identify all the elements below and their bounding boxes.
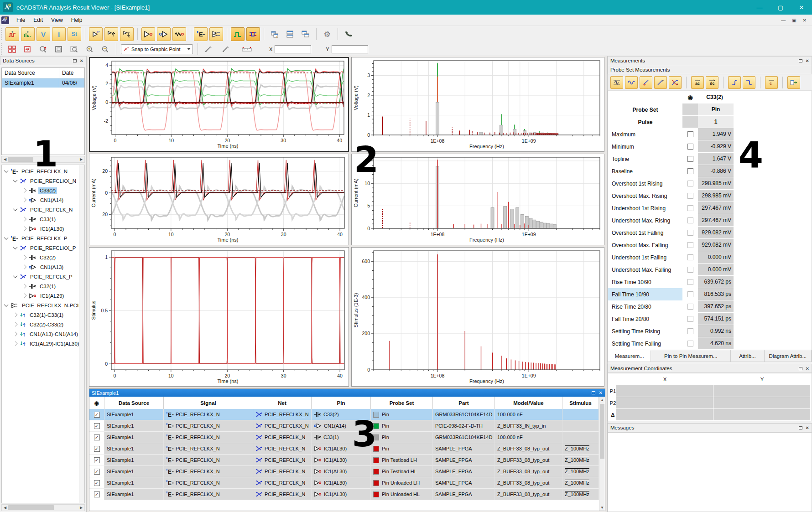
column-header[interactable]: Pin [312, 397, 371, 409]
measurement-label[interactable]: Fall Time 10/90 [608, 288, 682, 300]
tree-item-cn1-a13-cn1-a14-[interactable]: CN1(A13)-CN1(A14) [2, 329, 84, 339]
column-header[interactable]: Stimulus [562, 397, 599, 409]
measurement-row-overshoot-1st-falling[interactable]: Overshoot 1st Falling929.082 mV [608, 227, 812, 239]
new-window-button[interactable] [268, 27, 281, 41]
tab-diagram-attrib-[interactable]: Diagram Attrib... [765, 350, 812, 362]
falling-edge-button[interactable] [743, 76, 755, 89]
scroll-left-icon[interactable]: ◀ [2, 157, 8, 161]
tree-item-pcie-refclk-n[interactable]: PCIE_REFCLK_N [2, 205, 84, 214]
chevron-down-icon[interactable] [4, 302, 9, 307]
tree-item-pcie-refclk-p[interactable]: PCIE_REFCLK_P [2, 272, 84, 281]
chevron-right-icon[interactable] [13, 313, 18, 317]
measurement-row-topline[interactable]: Topline1.647 V [608, 153, 812, 165]
voltage-button[interactable]: V [36, 27, 50, 41]
data-source-row[interactable]: SIExample1 04/06/ [2, 78, 84, 88]
dock-close-icon[interactable]: ✕ [806, 425, 809, 430]
measurement-checkbox[interactable] [687, 131, 693, 137]
close-button[interactable]: ✕ [791, 0, 812, 15]
tree-item-c33-1-[interactable]: C33(1) [2, 214, 84, 224]
measurement-label[interactable]: Settling Time Falling [608, 337, 682, 350]
mdi-close-icon[interactable]: ✕ [803, 18, 807, 23]
rising-edge-button[interactable] [728, 76, 741, 89]
chevron-down-icon[interactable] [13, 245, 18, 249]
column-header[interactable]: Data Source [104, 397, 164, 409]
measurement-label[interactable]: Baseline [608, 165, 682, 177]
measurement-label[interactable]: Undershoot 1st Falling [608, 251, 682, 264]
measurement-row-rise-time-10-90[interactable]: Rise Time 10/90639.672 ps [608, 276, 812, 288]
measurement-row-rise-time-20-80[interactable]: Rise Time 20/80397.652 ps [608, 300, 812, 313]
dock-close-icon[interactable]: ✕ [806, 366, 809, 371]
measurement-checkbox[interactable] [687, 328, 693, 334]
measurement-label[interactable]: Overshoot Max. Rising [608, 190, 682, 202]
measurement-row-settling-time-falling[interactable]: Settling Time Falling4.620 ns [608, 337, 812, 350]
y-coordinate-input[interactable] [332, 45, 368, 53]
measurement-label[interactable]: Overshoot Max. Falling [608, 239, 682, 251]
chart-current-frequency[interactable]: 1E+081E+09051015Frequency (Hz)Current (m… [351, 154, 604, 245]
measurement-row-overshoot-1st-rising[interactable]: Overshoot 1st Rising298.985 mV [608, 177, 812, 190]
scroll-down-icon[interactable]: ▼ [600, 504, 604, 511]
coordinates-table[interactable]: XYP1P2Δ [608, 373, 812, 421]
chevron-right-icon[interactable] [22, 227, 27, 231]
row-checkbox[interactable]: ✓ [94, 469, 100, 475]
receiver-pin-button[interactable] [157, 27, 171, 41]
current-button[interactable]: I [52, 27, 66, 41]
tab-pin-to-pin-measurem-[interactable]: Pin to Pin Measurem... [651, 350, 731, 362]
measurement-row-undershoot-max-falling[interactable]: Undershoot Max. Falling0.000 mV [608, 264, 812, 276]
measurement-label[interactable]: Rise Time 20/80 [608, 300, 682, 313]
chart-current-time[interactable]: 010203040-20020Time (ns)Current (mA) [89, 154, 349, 245]
probe-column-header[interactable]: C33(2) [698, 91, 734, 103]
measurement-row-undershoot-max-rising[interactable]: Undershoot Max. Rising297.467 mV [608, 214, 812, 227]
phone-support-icon[interactable] [342, 27, 355, 41]
expand-diagram-button[interactable] [21, 42, 35, 56]
measurement-checkbox[interactable] [687, 156, 693, 162]
mdi-restore-icon[interactable]: ▣ [792, 18, 796, 23]
chevron-down-icon[interactable] [4, 235, 9, 240]
measurement-checkbox[interactable] [687, 205, 693, 211]
scroll-right-icon[interactable]: ▶ [78, 157, 84, 161]
chevron-right-icon[interactable] [22, 284, 27, 289]
probe-resistor-button[interactable] [104, 27, 118, 41]
chevron-down-icon[interactable] [13, 207, 18, 211]
chevron-down-icon[interactable] [13, 274, 18, 278]
single-pulse-button[interactable] [231, 27, 245, 41]
chevron-right-icon[interactable] [22, 265, 27, 269]
dock-close-icon[interactable]: ✕ [80, 58, 83, 63]
measurement-checkbox[interactable] [687, 291, 693, 297]
measurement-checkbox[interactable] [687, 144, 693, 150]
measure-probe-button[interactable] [202, 42, 215, 56]
measurement-label[interactable]: Overshoot 1st Falling [608, 227, 682, 239]
chart-stimulus-frequency[interactable]: 1E+081E+090200400600Frequency (Hz)Stimul… [351, 247, 604, 387]
measurement-label[interactable]: Undershoot Max. Falling [608, 264, 682, 276]
dock-float-icon[interactable] [799, 426, 802, 429]
tab-attrib-[interactable]: Attrib... [731, 350, 765, 362]
column-header[interactable]: Signal [164, 397, 253, 409]
table-row[interactable]: ✓SIExample1EPCIE_REFCLKX_NPCIE_REFCLK_NI… [89, 489, 599, 500]
tree-item-pcie-refclkx-p[interactable]: PCIE_REFCLKX_P [2, 243, 84, 253]
tile-diagrams-button[interactable] [5, 42, 19, 56]
scroll-left-icon[interactable]: ◀ [2, 506, 8, 510]
measurement-label[interactable]: Undershoot 1st Rising [608, 202, 682, 214]
measurement-checkbox[interactable] [687, 267, 693, 273]
signal-button[interactable]: E [194, 27, 208, 41]
zoom-original-button[interactable] [36, 42, 50, 56]
row-checkbox[interactable]: ✓ [94, 434, 100, 440]
measurement-row-baseline[interactable]: Baseline-0.886 V [608, 165, 812, 177]
tree-item-pcie-refclkx-n[interactable]: PCIE_REFCLKX_N [2, 176, 84, 186]
column-header[interactable]: Model/Value [495, 397, 562, 409]
minimize-button[interactable]: — [749, 0, 770, 15]
table-row[interactable]: ✓SIExample1EPCIE_REFCLKX_NPCIE_REFCLK_NI… [89, 455, 599, 466]
tree-item-c33-2-[interactable]: C33(2) [2, 186, 84, 195]
tree-vscrollbar[interactable] [79, 165, 84, 503]
zoom-window-button[interactable] [68, 42, 81, 56]
frequency-spectrum-button[interactable]: F [21, 27, 35, 41]
measurement-label[interactable]: Overshoot 1st Rising [608, 177, 682, 190]
tree-item-c32-1-c33-1-[interactable]: C32(1)-C33(1) [2, 310, 84, 320]
coordinate-row-δ[interactable]: Δ [608, 409, 812, 421]
measurement-checkbox[interactable] [687, 316, 693, 322]
stimulus-button[interactable]: St [68, 27, 81, 41]
measurement-checkbox[interactable] [687, 193, 693, 199]
measurement-checkbox[interactable] [687, 341, 693, 347]
minmax-measure-button[interactable] [610, 76, 623, 89]
measurement-row-overshoot-max-falling[interactable]: Overshoot Max. Falling929.082 mV [608, 239, 812, 251]
measurement-row-fall-time-10-90[interactable]: Fall Time 10/90816.533 ps [608, 288, 812, 300]
